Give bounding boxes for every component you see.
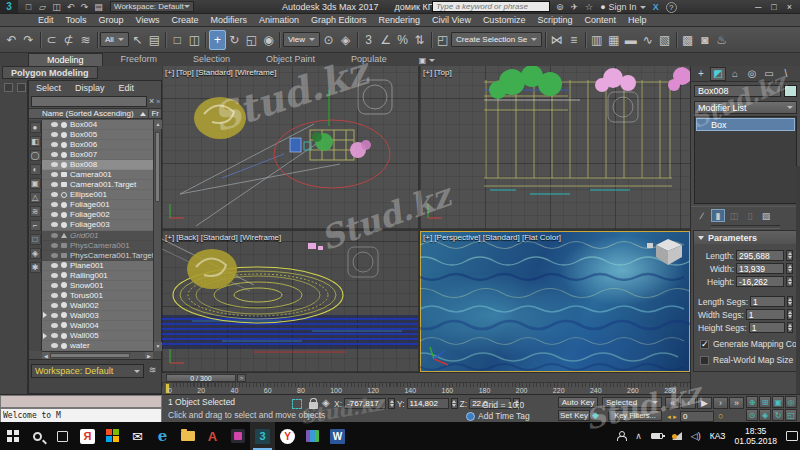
display-shapes-icon[interactable]: ◯ [30,150,41,161]
eye-icon[interactable] [51,142,58,147]
eye-icon[interactable] [51,243,58,248]
edge-app-icon[interactable]: e [150,422,175,450]
panel-scrollbar[interactable] [796,166,800,394]
absolute-offset-icon[interactable]: ◈ [322,397,330,408]
scrollbar-thumb[interactable] [155,132,160,202]
zoom-all-icon[interactable]: ⊞ [759,396,771,408]
eye-icon[interactable] [51,132,58,137]
unlink-selection-icon[interactable]: ⊄ [60,30,77,50]
ribbon-toggle-icon[interactable]: ▬ [622,30,639,50]
parameter-field[interactable]: 1 [750,296,785,307]
ribbon-tab[interactable]: Modeling [28,53,103,66]
sign-in-button[interactable]: ●Sign In [600,2,645,12]
explorer-menu-item[interactable]: Edit [112,83,142,93]
next-frame-small-icon[interactable]: > [237,374,246,382]
autodesk-app-icon[interactable]: A [200,422,225,450]
eye-icon[interactable] [51,222,58,227]
menu-item[interactable]: Help [622,15,653,25]
eye-icon[interactable] [51,152,58,157]
eye-icon[interactable] [51,343,58,348]
eye-icon[interactable] [51,303,58,308]
zoom-extents-icon[interactable]: ▣ [772,396,784,408]
eye-icon[interactable] [51,122,58,127]
menu-item[interactable]: Civil View [426,15,477,25]
angle-snap-icon[interactable]: ∠ [377,30,394,50]
zoom-extents-all-icon[interactable]: ◎ [785,396,797,408]
select-manipulate-icon[interactable]: ◈ [337,30,354,50]
maximize-viewport-icon[interactable]: ◱ [785,409,797,421]
minimize-icon[interactable]: ─ [755,2,761,12]
yandex-app-icon[interactable]: Я [75,422,100,450]
spinner-icon[interactable] [451,398,458,409]
show-end-result-icon[interactable]: ▮ [711,209,725,222]
viewport-top[interactable]: [+] [Top] [Standard] [Wireframe] [162,66,418,229]
list-item[interactable]: Plane001 [42,261,153,271]
list-item[interactable]: Ellipse001 [42,190,153,200]
x-coordinate-field[interactable] [344,398,386,409]
parameter-field[interactable]: 1 [746,309,785,320]
explorer-app-icon[interactable] [175,422,200,450]
viewport-back[interactable]: [+] [Back] [Standard] [Wireframe] [162,231,418,372]
explorer-workspace-dropdown[interactable]: Workspace: Default [31,364,144,378]
list-item[interactable]: Wall004 [42,321,153,331]
expand-arrow-icon[interactable] [43,312,47,318]
scroll-up-icon[interactable]: ▲ [154,120,162,129]
viewport-label[interactable]: [+] [Back] [Standard] [Wireframe] [165,233,281,242]
redo-small-icon[interactable]: ↷ [78,1,91,13]
eye-icon[interactable] [51,293,58,298]
selection-filter-dropdown[interactable]: All [100,32,129,47]
spinner-icon[interactable] [388,398,395,409]
display-spacewarps-icon[interactable]: ≋ [30,206,41,217]
display-containers-icon[interactable]: □ [30,234,41,245]
undo-small-icon[interactable]: ↶ [64,1,77,13]
display-geometry-icon[interactable]: ◧ [30,136,41,147]
ribbon-tab[interactable]: Object Paint [248,53,333,66]
taskbar-search-button[interactable] [25,422,50,450]
object-name-field[interactable] [694,85,781,97]
make-unique-icon[interactable]: ◫ [727,209,741,222]
list-item[interactable]: Camera001.Target [42,180,153,190]
prev-frame-icon[interactable]: ‹ [681,397,696,409]
display-frozen-icon[interactable]: ✱ [30,262,41,273]
time-slider[interactable]: 0 / 300 > [162,372,690,382]
list-item[interactable]: PhysCamera001 [42,241,153,251]
pan-icon[interactable]: ◈ [759,409,771,421]
menu-item[interactable]: Animation [253,15,305,25]
curve-editor-icon[interactable]: ∿ [639,30,656,50]
list-item[interactable]: Camera001 [42,170,153,180]
selection-lock-icon[interactable] [309,402,318,409]
explorer-column-header[interactable]: Name (Sorted Ascending) Fr [29,108,161,119]
parameter-field[interactable]: 1 [749,322,785,333]
render-setup-icon[interactable]: ▩ [679,30,696,50]
ref-coord-dropdown[interactable]: View [283,32,320,47]
eye-icon[interactable] [51,162,58,167]
undo-icon[interactable]: ↶ [3,30,20,50]
language-indicator[interactable]: КАЗ [710,431,726,441]
clock[interactable]: 18:3501.05.2018 [734,426,777,446]
align-icon[interactable]: ≡ [565,30,582,50]
isolate-selection-icon[interactable] [292,399,302,409]
list-item[interactable]: PhysCamera001.Target [42,251,153,261]
eye-icon[interactable] [51,263,58,268]
next-frame-icon[interactable]: › [713,397,728,409]
go-end-icon[interactable]: » [729,397,744,409]
selection-set-dropdown[interactable]: Create Selection Se [451,32,542,47]
store-app-icon[interactable] [100,422,125,450]
viewport-perspective[interactable]: [+] [Perspective] [Standard] [Flat Color… [420,231,690,372]
list-item[interactable]: Foliage003 [42,220,153,230]
network-icon[interactable] [672,432,682,440]
eye-icon[interactable] [51,313,58,318]
menu-item[interactable]: Create [165,15,204,25]
rollout-header[interactable]: Parameters [694,231,797,244]
viewport-label[interactable]: [+] [Top] [Standard] [Wireframe] [165,68,276,77]
menu-item[interactable]: Views [130,15,166,25]
bind-spacewarp-icon[interactable]: ≋ [77,30,94,50]
render-production-icon[interactable]: ♨ [713,30,730,50]
list-item[interactable]: Wall003 [42,311,153,321]
overflow-chevron-icon[interactable]: » [156,98,160,105]
pin-stack-icon[interactable]: ∕ [695,209,709,222]
list-item[interactable]: Box007 [42,150,153,160]
redo-icon[interactable]: ↷ [20,30,37,50]
list-item[interactable]: Snow001 [42,281,153,291]
schematic-view-icon[interactable]: ▧ [656,30,673,50]
